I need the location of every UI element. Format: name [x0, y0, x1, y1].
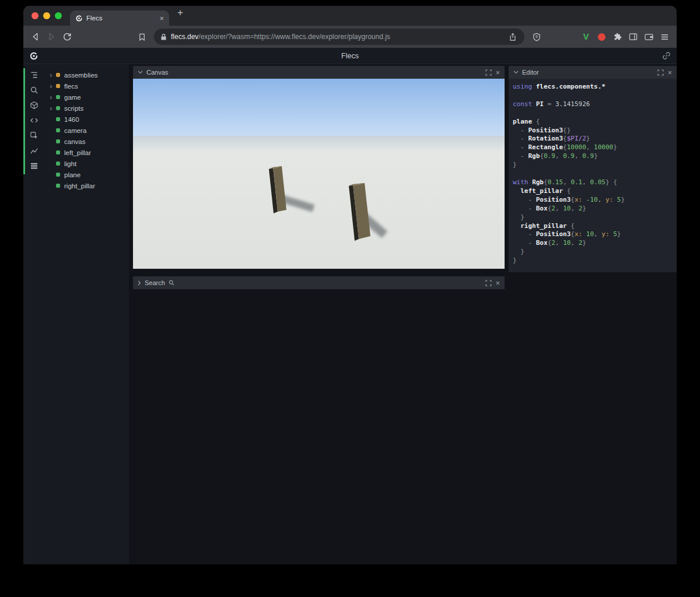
canvas-3d-scene[interactable] — [133, 79, 505, 269]
chart-icon — [30, 146, 38, 155]
tree-item-canvas[interactable]: canvas — [44, 136, 129, 147]
minimize-window-button[interactable] — [43, 12, 50, 19]
tree-item-light[interactable]: light — [44, 158, 129, 169]
bookmark-button[interactable] — [135, 30, 149, 44]
expand-panel-button[interactable] — [485, 69, 492, 76]
entity-color-square — [56, 161, 60, 166]
tab-title: Flecs — [86, 15, 156, 22]
search-panel-header[interactable]: Search × — [133, 276, 505, 289]
code-line: - Rotation3{$PI/2} — [513, 135, 674, 143]
search-panel-title: Search — [145, 279, 165, 286]
wallet-icon — [645, 33, 653, 41]
close-window-button[interactable] — [32, 12, 38, 19]
code-line: } — [513, 161, 674, 170]
stats-button[interactable] — [27, 146, 40, 155]
code-line: - Position3{x: 10, y: 5} — [513, 230, 674, 239]
tree-view-button[interactable] — [27, 70, 40, 79]
tree-item-label: left_pillar — [64, 149, 91, 156]
tree-item-plane[interactable]: plane — [44, 169, 129, 180]
tree-item-scripts[interactable]: ›scripts — [44, 103, 129, 114]
url-text[interactable]: flecs.dev/explorer/?wasm=https://www.fle… — [171, 33, 503, 41]
ground-plane — [133, 136, 505, 269]
adblock-extension-button[interactable] — [594, 30, 609, 44]
extensions-button[interactable] — [610, 30, 625, 44]
entity-color-square — [56, 173, 60, 177]
permalink-button[interactable] — [662, 51, 671, 60]
lock-icon — [160, 33, 167, 41]
forward-button[interactable] — [44, 30, 58, 44]
entity-color-square — [56, 95, 60, 99]
reload-icon — [62, 32, 72, 41]
menu-button[interactable] — [657, 30, 672, 44]
tree-item-label: game — [64, 94, 81, 101]
new-tab-button[interactable]: + — [177, 8, 183, 17]
entity-color-square — [56, 184, 60, 188]
shield-button[interactable] — [529, 30, 544, 44]
tree-item-camera[interactable]: camera — [44, 125, 129, 136]
close-panel-button[interactable]: × — [667, 69, 672, 76]
close-panel-button[interactable]: × — [495, 279, 500, 287]
sidebar-toggle-button[interactable] — [626, 30, 640, 44]
scripts-button[interactable] — [27, 115, 40, 125]
code-line: with Rgb{0.15, 0.1, 0.05} { — [513, 178, 674, 187]
traffic-lights — [32, 12, 62, 19]
expand-panel-button[interactable] — [657, 69, 664, 76]
expand-chevron-icon[interactable]: › — [48, 82, 54, 90]
code-line: - Rgb{0.9, 0.9, 0.9} — [513, 152, 674, 161]
collapse-chevron-icon[interactable] — [138, 71, 143, 74]
memory-button[interactable] — [27, 161, 40, 170]
tree-item-game[interactable]: ›game — [44, 92, 129, 103]
code-line: - Rectangle{10000, 10000} — [513, 143, 674, 152]
expand-chevron-icon[interactable]: › — [48, 71, 54, 79]
fullscreen-icon — [485, 280, 492, 286]
canvas-panel-header[interactable]: Canvas × — [133, 66, 505, 79]
code-line: } — [513, 257, 674, 265]
tree-item-flecs[interactable]: ›flecs — [44, 80, 129, 92]
tree-item-1460[interactable]: 1460 — [44, 114, 129, 125]
sky — [133, 79, 505, 138]
fullscreen-icon — [485, 69, 492, 76]
search-icon — [169, 280, 174, 286]
canvas-panel-title: Canvas — [146, 69, 168, 76]
wallet-button[interactable] — [642, 30, 656, 44]
entities-button[interactable] — [27, 100, 40, 110]
vimium-extension-button[interactable]: V — [579, 30, 593, 44]
sidebar-icon — [629, 33, 638, 41]
tree-item-label: light — [64, 160, 76, 167]
editor-panel-header[interactable]: Editor × — [509, 66, 677, 79]
back-button[interactable] — [28, 30, 43, 44]
collapse-chevron-icon[interactable] — [138, 280, 141, 286]
close-panel-button[interactable]: × — [495, 69, 500, 76]
code-line: left_pillar { — [513, 187, 674, 196]
code-line: plane { — [513, 118, 674, 127]
tab-close-icon[interactable]: × — [159, 15, 164, 22]
tree-item-right_pillar[interactable]: right_pillar — [44, 180, 129, 191]
collapse-chevron-icon[interactable] — [513, 71, 519, 74]
tree-item-left_pillar[interactable]: left_pillar — [44, 147, 129, 158]
expand-panel-button[interactable] — [485, 280, 492, 286]
tree-item-assemblies[interactable]: ›assemblies — [44, 69, 129, 80]
share-button[interactable] — [508, 30, 518, 44]
query-search-button[interactable] — [27, 85, 40, 94]
tree-item-label: scripts — [64, 105, 83, 112]
expand-chevron-icon[interactable]: › — [48, 104, 54, 112]
code-line: right_pillar { — [513, 222, 674, 231]
entity-color-square — [56, 150, 60, 154]
accent-line — [23, 68, 25, 174]
browser-tab[interactable]: Flecs × — [70, 10, 169, 26]
code-line: - Box{2, 10, 2} — [513, 239, 674, 248]
editor-code[interactable]: using flecs.components.* const PI = 3.14… — [509, 79, 677, 272]
url-bar[interactable]: flecs.dev/explorer/?wasm=https://www.fle… — [154, 29, 524, 45]
tree-item-label: flecs — [64, 83, 78, 90]
flecs-logo-icon[interactable] — [29, 51, 38, 61]
tree-item-label: 1460 — [64, 116, 79, 123]
reload-button[interactable] — [60, 30, 74, 44]
zoom-window-button[interactable] — [55, 12, 62, 19]
expand-chevron-icon[interactable]: › — [48, 93, 54, 101]
flecs-explorer-app: Flecs — [23, 48, 677, 564]
inspector-button[interactable] — [27, 131, 40, 140]
code-line: - Position3{} — [513, 127, 674, 135]
hamburger-icon — [660, 33, 669, 41]
editor-panel-title: Editor — [522, 69, 539, 76]
entity-color-square — [56, 106, 60, 110]
